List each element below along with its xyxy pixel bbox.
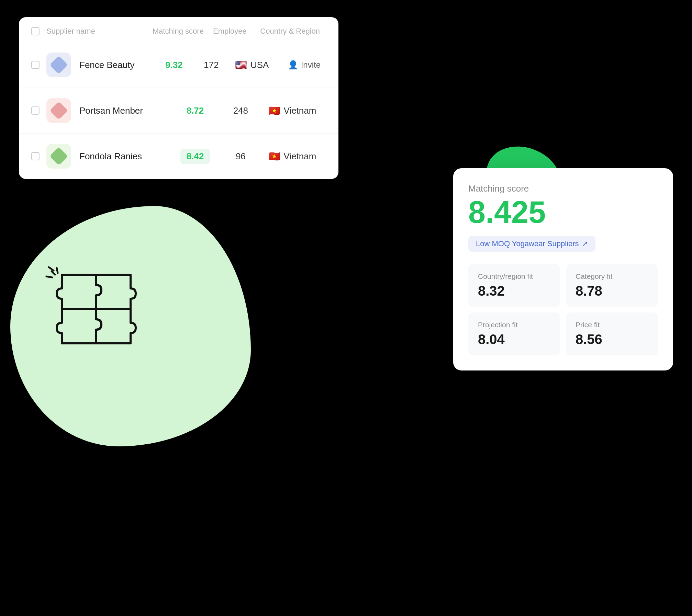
score-badge-3: 8.42 (180, 149, 210, 164)
svg-line-3 (49, 267, 54, 271)
supplier-country-3: 🇻🇳 Vietnam (261, 151, 326, 162)
table-row: Portsan Menber 8.72 248 🇻🇳 Vietnam (19, 88, 338, 134)
invite-label: Invite (301, 60, 321, 70)
detail-tag-icon: ↗ (582, 239, 588, 248)
col-header-score: Matching score (150, 27, 206, 36)
metric-value-category: 8.78 (576, 283, 648, 299)
supplier-employees-2: 248 (220, 105, 261, 116)
supplier-logo-2 (46, 98, 71, 123)
row-checkbox-3[interactable] (31, 152, 40, 160)
table-row: Fondola Ranies 8.42 96 🇻🇳 Vietnam (19, 134, 338, 179)
metric-cell-price: Price fit 8.56 (566, 312, 658, 355)
puzzle-illustration (34, 240, 189, 371)
flag-usa: 🇺🇸 (235, 59, 247, 71)
supplier-name-1: Fence Beauty (79, 60, 154, 70)
svg-line-1 (57, 268, 58, 273)
detail-score-value: 8.425 (468, 197, 658, 228)
supplier-employees-1: 172 (194, 60, 228, 70)
metric-label-category: Category fit (576, 272, 648, 281)
table-row: Fence Beauty 9.32 172 🇺🇸 USA 👤 Invite (19, 42, 338, 88)
metric-label-price: Price fit (576, 321, 648, 329)
metric-value-projection: 8.04 (478, 332, 551, 347)
invite-button-1[interactable]: 👤 Invite (282, 57, 326, 72)
detail-metrics-grid: Country/region fit 8.32 Category fit 8.7… (468, 264, 658, 355)
supplier-country-1: 🇺🇸 USA (228, 59, 282, 71)
flag-vietnam-2: 🇻🇳 (268, 105, 280, 116)
supplier-card: Supplier name Matching score Employee Co… (19, 17, 338, 179)
col-header-name: Supplier name (46, 27, 150, 36)
metric-label-projection: Projection fit (478, 321, 551, 329)
invite-icon: 👤 (288, 60, 298, 70)
detail-tag-text: Low MOQ Yogawear Suppliers (476, 239, 579, 248)
metric-label-country: Country/region fit (478, 272, 551, 281)
detail-score-label: Matching score (468, 183, 658, 194)
supplier-score-3: 8.42 (170, 149, 220, 164)
metric-value-price: 8.56 (576, 332, 648, 347)
country-name-3: Vietnam (284, 151, 316, 162)
header-checkbox[interactable] (31, 27, 40, 35)
country-name-2: Vietnam (284, 105, 316, 116)
metric-cell-projection: Projection fit 8.04 (468, 312, 560, 355)
table-header: Supplier name Matching score Employee Co… (19, 17, 338, 42)
supplier-score-1: 9.32 (154, 60, 194, 70)
supplier-logo-1 (46, 53, 71, 77)
supplier-name-2: Portsan Menber (79, 105, 170, 116)
metric-value-country: 8.32 (478, 283, 551, 299)
country-name-1: USA (250, 60, 269, 70)
detail-card: Matching score 8.425 Low MOQ Yogawear Su… (453, 168, 673, 370)
svg-line-2 (46, 276, 52, 277)
supplier-logo-3 (46, 144, 71, 169)
row-checkbox-2[interactable] (31, 106, 40, 115)
supplier-name-3: Fondola Ranies (79, 151, 170, 162)
svg-line-0 (52, 271, 55, 275)
col-header-employee: Employee (206, 27, 253, 36)
row-checkbox-1[interactable] (31, 61, 40, 69)
supplier-country-2: 🇻🇳 Vietnam (261, 105, 326, 116)
col-header-region: Country & Region (253, 27, 326, 36)
metric-cell-country: Country/region fit 8.32 (468, 264, 560, 307)
metric-cell-category: Category fit 8.78 (566, 264, 658, 307)
supplier-employees-3: 96 (220, 151, 261, 162)
detail-tag[interactable]: Low MOQ Yogawear Suppliers ↗ (468, 236, 595, 252)
flag-vietnam-3: 🇻🇳 (268, 151, 280, 162)
supplier-score-2: 8.72 (170, 105, 220, 116)
